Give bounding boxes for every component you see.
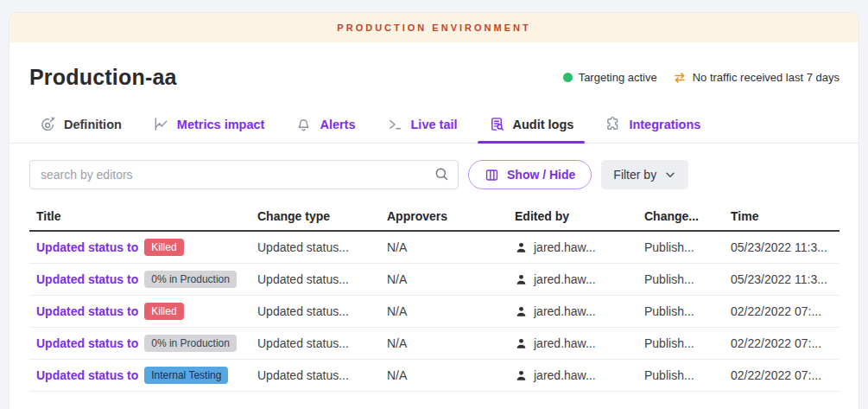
page-header: Production-aa Targeting active No traffi… xyxy=(10,42,858,105)
audit-log-table: Title Change type Approvers Edited by Ch… xyxy=(10,201,858,392)
column-header-title[interactable]: Title xyxy=(29,209,250,223)
puzzle-icon xyxy=(605,116,621,132)
person-icon xyxy=(515,337,528,350)
row-title-link[interactable]: Updated status to xyxy=(36,368,138,382)
traffic-arrows-icon xyxy=(673,71,687,85)
tab-live-tail[interactable]: Live tail xyxy=(376,105,469,143)
status-badge: 0% in Production xyxy=(144,335,237,352)
approvers-cell: N/A xyxy=(380,272,508,286)
traffic-status-label: No traffic received last 7 days xyxy=(693,71,839,84)
search-input[interactable] xyxy=(29,160,459,189)
change-cell: Publish... xyxy=(637,304,724,318)
change-cell: Publish... xyxy=(637,272,724,286)
status-badge: Internal Testing xyxy=(144,367,228,384)
change-cell: Publish... xyxy=(637,336,724,350)
edited-by-cell: jared.haw... xyxy=(534,304,596,318)
tab-label: Audit logs xyxy=(513,118,574,131)
time-cell: 05/23/2022 11:3... xyxy=(724,240,839,254)
edited-by-cell: jared.haw... xyxy=(534,368,596,382)
tab-label: Live tail xyxy=(411,118,458,131)
filter-by-button[interactable]: Filter by xyxy=(601,160,688,189)
green-dot-icon xyxy=(563,73,573,82)
page-title: Production-aa xyxy=(29,65,177,90)
bell-icon xyxy=(295,116,312,132)
columns-icon xyxy=(485,168,499,182)
table-row[interactable]: Updated status to Killed Updated status.… xyxy=(29,232,839,264)
status-badge: Killed xyxy=(144,239,183,256)
edited-by-cell: jared.haw... xyxy=(534,336,596,350)
terminal-icon xyxy=(387,116,403,132)
tab-definition[interactable]: Definition xyxy=(29,105,133,143)
show-hide-label: Show / Hide xyxy=(507,168,575,182)
approvers-cell: N/A xyxy=(380,336,508,350)
approvers-cell: N/A xyxy=(380,368,508,382)
tab-label: Alerts xyxy=(320,118,355,131)
change-type-cell: Updated status... xyxy=(250,240,380,254)
audit-log-icon xyxy=(489,116,505,132)
column-header-change[interactable]: Change... xyxy=(637,209,724,223)
change-type-cell: Updated status... xyxy=(250,272,380,286)
table-row[interactable]: Updated status to 0% in Production Updat… xyxy=(29,264,839,296)
edited-by-cell: jared.haw... xyxy=(534,272,596,286)
column-header-edited-by[interactable]: Edited by xyxy=(508,209,637,223)
tab-bar: Definition Metrics impact Alerts xyxy=(10,105,858,144)
time-cell: 02/22/2022 07:... xyxy=(724,336,839,350)
show-hide-button[interactable]: Show / Hide xyxy=(468,160,592,189)
column-header-approvers[interactable]: Approvers xyxy=(380,209,508,223)
environment-card: PRODUCTION ENVIRONMENT Production-aa Tar… xyxy=(9,12,859,409)
time-cell: 05/23/2022 11:3... xyxy=(724,272,839,286)
table-row[interactable]: Updated status to Killed Updated status.… xyxy=(29,296,839,328)
column-header-change-type[interactable]: Change type xyxy=(250,209,380,223)
tab-label: Integrations xyxy=(629,118,700,131)
targeting-status: Targeting active xyxy=(563,71,657,84)
person-icon xyxy=(515,369,528,382)
targeting-status-label: Targeting active xyxy=(579,71,657,84)
toolbar: Show / Hide Filter by xyxy=(10,144,858,201)
tab-metrics-impact[interactable]: Metrics impact xyxy=(142,105,276,143)
approvers-cell: N/A xyxy=(380,240,508,254)
production-environment-banner: PRODUCTION ENVIRONMENT xyxy=(10,13,858,42)
row-title-link[interactable]: Updated status to xyxy=(36,336,138,350)
time-cell: 02/22/2022 07:... xyxy=(724,304,839,318)
line-chart-icon xyxy=(153,116,169,132)
filter-by-label: Filter by xyxy=(613,168,656,182)
edited-by-cell: jared.haw... xyxy=(534,240,596,254)
status-badge: Killed xyxy=(144,303,183,320)
person-icon xyxy=(515,241,528,254)
change-cell: Publish... xyxy=(637,240,724,254)
person-icon xyxy=(515,305,528,318)
approvers-cell: N/A xyxy=(380,304,508,318)
banner-label: PRODUCTION ENVIRONMENT xyxy=(337,22,530,33)
tab-label: Definition xyxy=(64,118,122,131)
row-title-link[interactable]: Updated status to xyxy=(36,240,138,254)
change-type-cell: Updated status... xyxy=(250,368,380,382)
chevron-down-icon xyxy=(664,169,676,181)
traffic-status: No traffic received last 7 days xyxy=(673,71,839,85)
row-title-link[interactable]: Updated status to xyxy=(36,304,138,318)
time-cell: 02/22/2022 07:... xyxy=(724,368,839,382)
change-type-cell: Updated status... xyxy=(250,336,380,350)
tab-alerts[interactable]: Alerts xyxy=(284,105,366,143)
tab-integrations[interactable]: Integrations xyxy=(593,105,712,143)
status-badge: 0% in Production xyxy=(144,271,237,288)
row-title-link[interactable]: Updated status to xyxy=(36,272,138,286)
column-header-time[interactable]: Time xyxy=(724,209,839,223)
change-type-cell: Updated status... xyxy=(250,304,380,318)
search-icon xyxy=(434,166,450,186)
target-pencil-icon xyxy=(40,116,56,132)
tab-audit-logs[interactable]: Audit logs xyxy=(478,105,586,143)
person-icon xyxy=(515,273,528,286)
tab-label: Metrics impact xyxy=(177,118,265,131)
change-cell: Publish... xyxy=(637,368,724,382)
table-header-row: Title Change type Approvers Edited by Ch… xyxy=(29,201,839,232)
table-row[interactable]: Updated status to Internal Testing Updat… xyxy=(29,360,839,392)
table-row[interactable]: Updated status to 0% in Production Updat… xyxy=(29,328,839,360)
